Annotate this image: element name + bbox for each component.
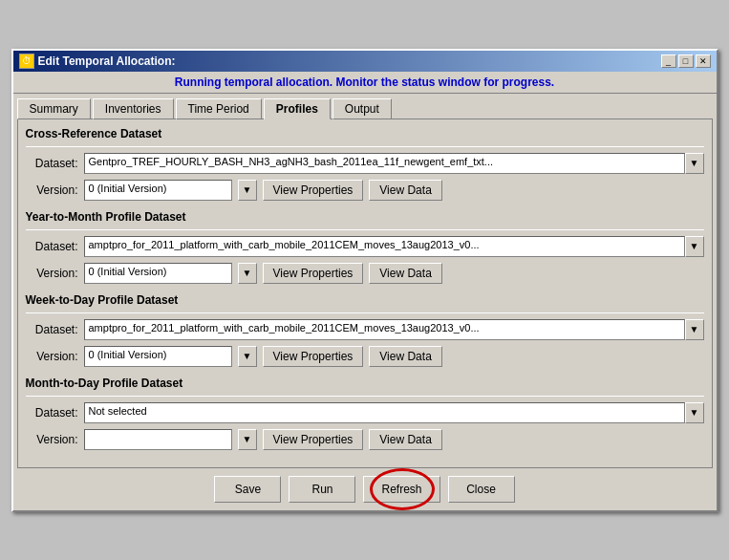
wtd-version-input[interactable]: 0 (Initial Version) [84, 346, 232, 367]
status-message: Running temporal allocation. Monitor the… [175, 75, 554, 89]
main-window: ⏱ Edit Temporal Allocation: _ □ ✕ Runnin… [11, 49, 718, 512]
run-button[interactable]: Run [289, 476, 355, 503]
mtd-view-data-button[interactable]: View Data [369, 429, 441, 450]
tab-profiles[interactable]: Profiles [264, 98, 331, 119]
ytm-dataset-dropdown[interactable]: ▼ [685, 236, 704, 257]
cross-ref-version-dropdown[interactable]: ▼ [238, 180, 257, 201]
title-bar-left: ⏱ Edit Temporal Allocation: [19, 54, 176, 69]
ytm-view-data-button[interactable]: View Data [369, 263, 441, 284]
title-bar-buttons: _ □ ✕ [661, 54, 711, 68]
mtd-dataset-input[interactable]: Not selected [84, 402, 685, 423]
cross-ref-dataset-input[interactable]: Gentpro_TREF_HOURLY_BASH_NH3_agNH3_bash_… [84, 153, 685, 174]
ytm-view-properties-button[interactable]: View Properties [263, 263, 364, 284]
year-to-month-title: Year-to-Month Profile Dataset [26, 210, 704, 224]
version-label-2: Version: [26, 267, 78, 280]
window-title: Edit Temporal Allocation: [38, 54, 176, 68]
mtd-version-input[interactable] [84, 429, 232, 450]
month-to-day-title: Month-to-Day Profile Dataset [26, 377, 704, 390]
cross-ref-view-data-button[interactable]: View Data [369, 180, 441, 201]
cross-ref-dataset-input-group: Gentpro_TREF_HOURLY_BASH_NH3_agNH3_bash_… [84, 153, 704, 174]
wtd-dataset-row: Dataset: amptpro_for_2011_platform_with_… [26, 319, 704, 340]
title-bar: ⏱ Edit Temporal Allocation: _ □ ✕ [13, 51, 717, 72]
wtd-view-data-button[interactable]: View Data [369, 346, 441, 367]
refresh-wrapper: Refresh [363, 476, 440, 503]
dataset-label-4: Dataset: [26, 406, 78, 420]
mtd-version-row: Version: ▼ View Properties View Data [26, 429, 704, 450]
status-bar: Running temporal allocation. Monitor the… [13, 72, 717, 94]
wtd-dataset-dropdown[interactable]: ▼ [685, 319, 704, 340]
wtd-dataset-input[interactable]: amptpro_for_2011_platform_with_carb_mobi… [84, 319, 685, 340]
refresh-button[interactable]: Refresh [363, 476, 440, 503]
ytm-dataset-input[interactable]: amptpro_for_2011_platform_with_carb_mobi… [84, 236, 685, 257]
tabs-container: Summary Inventories Time Period Profiles… [13, 94, 717, 118]
version-label-1: Version: [26, 183, 78, 197]
cross-ref-version-row: Version: 0 (Initial Version) ▼ View Prop… [26, 180, 704, 201]
save-button[interactable]: Save [214, 476, 281, 503]
ytm-version-row: Version: 0 (Initial Version) ▼ View Prop… [26, 263, 704, 284]
tab-summary[interactable]: Summary [17, 98, 91, 119]
divider-1 [26, 146, 704, 147]
mtd-dataset-row: Dataset: Not selected ▼ [26, 402, 704, 423]
cross-ref-dataset-dropdown[interactable]: ▼ [685, 153, 704, 174]
wtd-version-row: Version: 0 (Initial Version) ▼ View Prop… [26, 346, 704, 367]
mtd-dataset-dropdown[interactable]: ▼ [685, 402, 704, 423]
year-to-month-section: Year-to-Month Profile Dataset Dataset: a… [26, 210, 704, 284]
ytm-dataset-input-group: amptpro_for_2011_platform_with_carb_mobi… [84, 236, 704, 257]
dataset-label-2: Dataset: [26, 240, 78, 253]
app-icon: ⏱ [19, 54, 34, 69]
divider-3 [26, 312, 704, 313]
ytm-version-input[interactable]: 0 (Initial Version) [84, 263, 232, 284]
close-button[interactable]: Close [448, 476, 515, 503]
ytm-dataset-row: Dataset: amptpro_for_2011_platform_with_… [26, 236, 704, 257]
dataset-label-3: Dataset: [26, 323, 78, 336]
tab-inventories[interactable]: Inventories [93, 98, 174, 119]
week-to-day-section: Week-to-Day Profile Dataset Dataset: amp… [26, 293, 704, 367]
cross-ref-version-input[interactable]: 0 (Initial Version) [84, 180, 232, 201]
wtd-view-properties-button[interactable]: View Properties [263, 346, 364, 367]
maximize-button[interactable]: □ [678, 54, 694, 68]
divider-4 [26, 396, 704, 397]
version-label-3: Version: [26, 350, 78, 363]
wtd-version-dropdown[interactable]: ▼ [238, 346, 257, 367]
bottom-bar: Save Run Refresh Close [13, 468, 717, 510]
tab-time-period[interactable]: Time Period [176, 98, 262, 119]
mtd-dataset-input-group: Not selected ▼ [84, 402, 704, 423]
cross-reference-title: Cross-Reference Dataset [26, 127, 704, 140]
version-label-4: Version: [26, 433, 78, 446]
week-to-day-title: Week-to-Day Profile Dataset [26, 293, 704, 307]
divider-2 [26, 229, 704, 230]
mtd-view-properties-button[interactable]: View Properties [263, 429, 364, 450]
close-window-button[interactable]: ✕ [696, 54, 711, 68]
dataset-label-1: Dataset: [26, 157, 78, 170]
minimize-button[interactable]: _ [661, 54, 676, 68]
content-area: Cross-Reference Dataset Dataset: Gentpro… [17, 118, 713, 468]
cross-ref-dataset-row: Dataset: Gentpro_TREF_HOURLY_BASH_NH3_ag… [26, 153, 704, 174]
cross-ref-view-properties-button[interactable]: View Properties [263, 180, 364, 201]
tab-output[interactable]: Output [332, 98, 392, 119]
ytm-version-dropdown[interactable]: ▼ [238, 263, 257, 284]
mtd-version-dropdown[interactable]: ▼ [238, 429, 257, 450]
wtd-dataset-input-group: amptpro_for_2011_platform_with_carb_mobi… [84, 319, 704, 340]
month-to-day-section: Month-to-Day Profile Dataset Dataset: No… [26, 377, 704, 450]
cross-reference-section: Cross-Reference Dataset Dataset: Gentpro… [26, 127, 704, 201]
